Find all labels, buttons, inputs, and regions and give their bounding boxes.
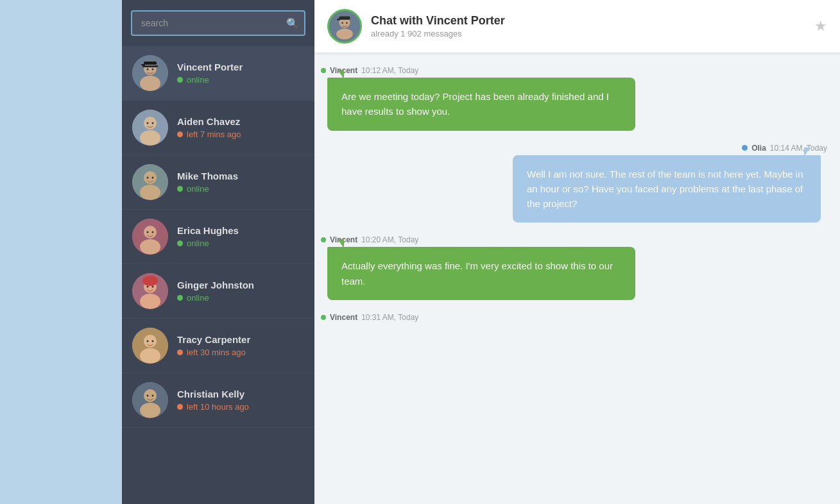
star-button[interactable]: ★ <box>814 18 827 35</box>
avatar-mike-thomas <box>132 164 168 200</box>
svg-point-6 <box>152 69 154 71</box>
svg-point-25 <box>140 294 160 309</box>
status-dot-mike-thomas <box>177 186 183 192</box>
contact-name-mike-thomas: Mike Thomas <box>177 171 238 181</box>
contact-list: Vincent Porter online Aiden Chavez left … <box>122 46 314 504</box>
contact-item-erica-hughes[interactable]: Erica Hughes online <box>122 210 314 264</box>
status-dot-aiden-chavez <box>177 131 183 137</box>
message-time-msg2: 10:14 AM, Today <box>770 144 827 153</box>
svg-point-37 <box>147 395 149 397</box>
svg-point-2 <box>140 76 160 91</box>
svg-point-22 <box>152 231 154 233</box>
search-input[interactable] <box>131 10 305 36</box>
chat-header: Chat with Vincent Porter already 1 902 m… <box>314 0 840 53</box>
status-dot-tracy-carpenter <box>177 349 183 355</box>
message-group-msg1: Vincent 10:12 AM, Today Are we meeting t… <box>321 66 827 131</box>
avatar-vincent-porter <box>132 55 168 91</box>
chat-messages[interactable]: Vincent 10:12 AM, Today Are we meeting t… <box>314 53 840 504</box>
svg-point-33 <box>152 340 154 342</box>
svg-point-17 <box>152 177 154 179</box>
status-dot-ginger-johnston <box>177 295 183 301</box>
chat-subtitle: already 1 902 messages <box>371 29 814 38</box>
sender-dot-msg3 <box>321 237 326 242</box>
status-text-mike-thomas: online <box>187 184 209 194</box>
contact-item-aiden-chavez[interactable]: Aiden Chavez left 7 mins ago <box>122 101 314 155</box>
message-group-msg3: Vincent 10:20 AM, Today Actually everyth… <box>321 235 827 300</box>
status-text-tracy-carpenter: left 30 mins ago <box>187 348 246 357</box>
status-text-christian-kelly: left 10 hours ago <box>187 402 249 412</box>
svg-point-36 <box>140 403 160 418</box>
svg-point-15 <box>140 185 160 200</box>
contact-info-vincent-porter: Vincent Porter online <box>177 62 243 85</box>
svg-point-11 <box>147 122 149 124</box>
svg-rect-7 <box>142 65 158 67</box>
contact-item-tracy-carpenter[interactable]: Tracy Carpenter left 30 mins ago <box>122 319 314 373</box>
contact-name-aiden-chavez: Aiden Chavez <box>177 116 241 127</box>
search-wrapper: 🔍 <box>131 10 305 36</box>
svg-rect-42 <box>339 17 350 20</box>
left-background <box>0 0 122 504</box>
svg-point-21 <box>147 231 149 233</box>
contact-status-vincent-porter: online <box>177 75 243 85</box>
contact-status-christian-kelly: left 10 hours ago <box>177 402 249 412</box>
bubble-msg3: Actually everything was fine. I'm very e… <box>327 247 635 300</box>
message-time-msg4: 10:31 AM, Today <box>361 313 418 322</box>
svg-point-20 <box>140 239 160 255</box>
message-meta-msg2: 10:14 AM, Today Olia <box>742 144 827 153</box>
sender-dot-msg1 <box>321 68 326 73</box>
contact-info-mike-thomas: Mike Thomas online <box>177 171 238 194</box>
svg-point-12 <box>152 122 154 124</box>
svg-point-32 <box>147 340 149 342</box>
avatar-christian-kelly <box>132 382 168 418</box>
chat-header-info: Chat with Vincent Porter already 1 902 m… <box>371 14 814 38</box>
svg-point-16 <box>147 177 149 179</box>
status-dot-christian-kelly <box>177 404 183 410</box>
contact-info-christian-kelly: Christian Kelly left 10 hours ago <box>177 389 249 412</box>
sidebar: 🔍 Vincent Porter online <box>122 0 314 504</box>
contact-status-erica-hughes: online <box>177 239 239 248</box>
svg-rect-4 <box>141 64 145 65</box>
contact-name-erica-hughes: Erica Hughes <box>177 225 239 236</box>
svg-point-45 <box>346 22 348 24</box>
status-dot-vincent-porter <box>177 77 183 83</box>
chat-panel: Chat with Vincent Porter already 1 902 m… <box>314 0 840 504</box>
contact-info-ginger-johnston: Ginger Johnston online <box>177 280 254 303</box>
sender-dot-msg2 <box>742 145 748 151</box>
contact-status-ginger-johnston: online <box>177 293 254 303</box>
contact-name-christian-kelly: Christian Kelly <box>177 389 249 399</box>
avatar-tracy-carpenter <box>132 328 168 364</box>
status-text-vincent-porter: online <box>187 75 209 85</box>
status-text-ginger-johnston: online <box>187 293 209 303</box>
message-group-msg2: 10:14 AM, Today Olia Well I am not sure.… <box>321 144 827 223</box>
search-button[interactable]: 🔍 <box>286 17 299 29</box>
svg-point-28 <box>152 286 154 288</box>
contact-item-mike-thomas[interactable]: Mike Thomas online <box>122 155 314 210</box>
contact-status-tracy-carpenter: left 30 mins ago <box>177 348 250 357</box>
status-text-erica-hughes: online <box>187 239 209 248</box>
message-meta-msg3: Vincent 10:20 AM, Today <box>321 235 418 244</box>
sender-name-msg4: Vincent <box>330 313 357 322</box>
svg-point-31 <box>140 348 160 364</box>
status-text-aiden-chavez: left 7 mins ago <box>187 130 241 139</box>
contact-name-vincent-porter: Vincent Porter <box>177 62 243 72</box>
avatar-ginger-johnston <box>132 273 168 309</box>
contact-status-aiden-chavez: left 7 mins ago <box>177 130 241 139</box>
sender-name-msg2: Olia <box>751 144 766 153</box>
svg-point-38 <box>152 395 154 397</box>
message-meta-msg1: Vincent 10:12 AM, Today <box>321 66 418 75</box>
avatar-aiden-chavez <box>132 110 168 146</box>
contact-name-ginger-johnston: Ginger Johnston <box>177 280 254 290</box>
contact-info-aiden-chavez: Aiden Chavez left 7 mins ago <box>177 116 241 139</box>
svg-point-27 <box>147 286 149 288</box>
contact-item-christian-kelly[interactable]: Christian Kelly left 10 hours ago <box>122 373 314 428</box>
svg-rect-3 <box>144 62 157 65</box>
contact-item-ginger-johnston[interactable]: Ginger Johnston online <box>122 264 314 319</box>
search-bar: 🔍 <box>122 0 314 46</box>
status-dot-erica-hughes <box>177 240 183 246</box>
message-time-msg1: 10:12 AM, Today <box>361 66 418 75</box>
sender-dot-msg4 <box>321 315 326 320</box>
contact-item-vincent-porter[interactable]: Vincent Porter online <box>122 46 314 101</box>
message-time-msg3: 10:20 AM, Today <box>361 235 418 244</box>
chat-header-avatar <box>327 9 362 44</box>
message-meta-msg4: Vincent 10:31 AM, Today <box>321 313 418 322</box>
